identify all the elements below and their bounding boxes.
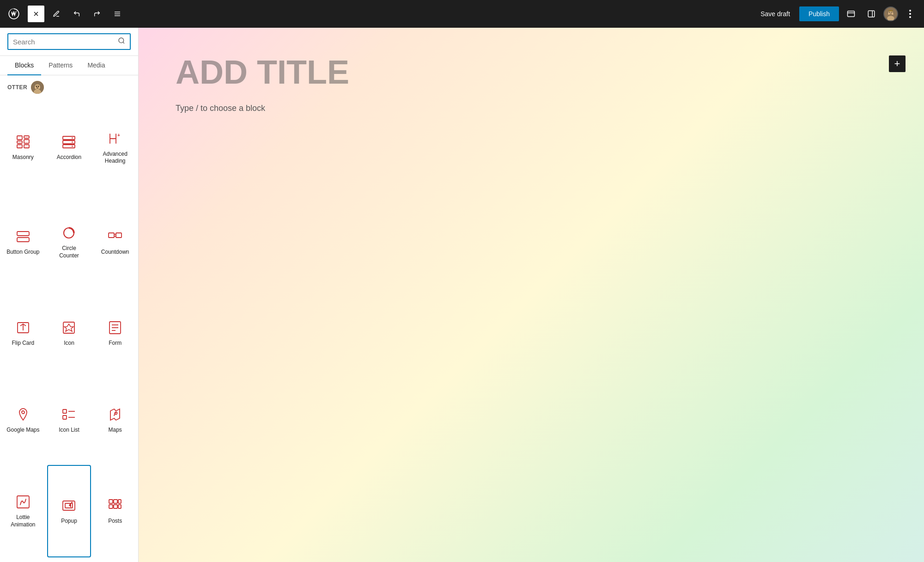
- svg-point-24: [36, 86, 37, 87]
- block-item-icon[interactable]: Icon: [47, 290, 91, 376]
- search-icon[interactable]: [118, 37, 125, 46]
- svg-rect-30: [17, 141, 22, 143]
- svg-rect-29: [24, 136, 29, 138]
- svg-point-15: [892, 13, 894, 15]
- avatar[interactable]: [883, 6, 898, 21]
- countdown-label: Countdown: [101, 249, 129, 256]
- block-item-form[interactable]: Form: [93, 290, 137, 376]
- block-item-advanced-heading[interactable]: + Advanced Heading: [93, 101, 137, 194]
- tab-patterns[interactable]: Patterns: [41, 56, 80, 75]
- svg-rect-31: [24, 140, 29, 143]
- block-item-circle-counter[interactable]: Circle Counter: [47, 195, 91, 288]
- button-group-label: Button Group: [6, 249, 39, 256]
- svg-marker-51: [64, 324, 73, 331]
- google-maps-label: Google Maps: [6, 427, 39, 434]
- svg-point-56: [22, 411, 24, 414]
- masonry-icon: [15, 134, 31, 150]
- google-maps-icon: [15, 406, 31, 423]
- panel-toggle-button[interactable]: [863, 6, 880, 22]
- tab-blocks[interactable]: Blocks: [7, 56, 41, 75]
- lottie-animation-label: Lottie Animation: [6, 514, 41, 528]
- svg-rect-33: [24, 145, 29, 148]
- svg-rect-70: [114, 505, 117, 508]
- svg-rect-67: [114, 500, 117, 503]
- svg-rect-28: [17, 136, 22, 140]
- block-item-maps[interactable]: Maps: [93, 378, 137, 463]
- countdown-icon: [107, 228, 123, 245]
- page-hint[interactable]: Type / to choose a block: [176, 104, 887, 113]
- svg-rect-7: [868, 11, 875, 17]
- block-item-flip-card[interactable]: Flip Card: [1, 290, 45, 376]
- button-group-icon: [15, 228, 31, 245]
- svg-point-26: [35, 87, 36, 89]
- publish-button[interactable]: Publish: [799, 6, 839, 21]
- svg-rect-32: [17, 145, 22, 148]
- accordion-label: Accordion: [57, 154, 81, 161]
- canvas: ADD TITLE Type / to choose a block +: [139, 28, 924, 562]
- posts-label: Posts: [108, 518, 122, 525]
- svg-rect-34: [63, 136, 75, 140]
- close-button[interactable]: [28, 6, 44, 22]
- pen-tool-button[interactable]: [48, 6, 65, 22]
- flip-card-icon: [15, 319, 31, 336]
- svg-point-19: [119, 38, 124, 43]
- block-item-lottie-animation[interactable]: Lottie Animation: [1, 465, 45, 557]
- block-item-popup[interactable]: Popup: [47, 465, 91, 557]
- topbar-right: Save draft Publish: [755, 6, 918, 22]
- block-item-google-maps[interactable]: Google Maps: [1, 378, 45, 463]
- icon-list-icon: [61, 406, 77, 423]
- svg-rect-5: [848, 11, 855, 17]
- svg-rect-66: [109, 500, 113, 503]
- maps-label: Maps: [108, 427, 122, 434]
- svg-rect-45: [116, 233, 122, 238]
- topbar: Save draft Publish: [0, 0, 924, 28]
- posts-icon: [107, 497, 123, 514]
- form-icon: [107, 319, 123, 336]
- svg-rect-71: [118, 505, 121, 508]
- svg-point-25: [38, 86, 39, 87]
- redo-button[interactable]: [89, 6, 105, 22]
- search-input[interactable]: [13, 38, 114, 46]
- block-item-button-group[interactable]: Button Group: [1, 195, 45, 288]
- svg-rect-35: [63, 140, 75, 144]
- svg-point-18: [909, 16, 911, 18]
- layout: Blocks Patterns Media OTTER: [0, 28, 924, 562]
- svg-text:+: +: [117, 133, 120, 138]
- list-view-button[interactable]: [109, 6, 126, 22]
- lottie-animation-icon: [15, 494, 31, 510]
- tab-media[interactable]: Media: [80, 56, 112, 75]
- advanced-heading-label: Advanced Heading: [97, 151, 133, 165]
- otter-avatar: [31, 81, 44, 94]
- svg-rect-41: [17, 232, 29, 236]
- add-block-button[interactable]: +: [889, 55, 906, 72]
- otter-section-header: OTTER: [0, 75, 138, 97]
- svg-line-20: [123, 42, 124, 43]
- flip-card-label: Flip Card: [12, 340, 34, 347]
- popup-label: Popup: [61, 518, 77, 525]
- block-item-accordion[interactable]: Accordion: [47, 101, 91, 194]
- svg-point-16: [909, 10, 911, 12]
- block-item-posts[interactable]: Posts: [93, 465, 137, 557]
- svg-point-12: [889, 12, 890, 12]
- page-title[interactable]: ADD TITLE: [176, 55, 887, 89]
- wp-logo[interactable]: [6, 6, 22, 22]
- more-options-button[interactable]: [902, 6, 918, 22]
- block-item-masonry[interactable]: Masonry: [1, 101, 45, 194]
- svg-rect-42: [17, 238, 29, 242]
- svg-point-13: [891, 12, 892, 12]
- preview-button[interactable]: [843, 6, 859, 22]
- svg-point-17: [909, 13, 911, 15]
- sidebar: Blocks Patterns Media OTTER: [0, 28, 139, 562]
- svg-rect-63: [63, 501, 75, 510]
- svg-point-27: [39, 87, 40, 89]
- block-item-icon-list[interactable]: Icon List: [47, 378, 91, 463]
- accordion-icon: [61, 134, 77, 150]
- search-box: [7, 33, 131, 50]
- svg-rect-68: [118, 500, 121, 503]
- undo-button[interactable]: [68, 6, 85, 22]
- block-item-countdown[interactable]: Countdown: [93, 195, 137, 288]
- circle-counter-icon: [61, 225, 77, 241]
- save-draft-button[interactable]: Save draft: [755, 7, 796, 20]
- icon-icon: [61, 319, 77, 336]
- circle-counter-label: Circle Counter: [52, 245, 87, 259]
